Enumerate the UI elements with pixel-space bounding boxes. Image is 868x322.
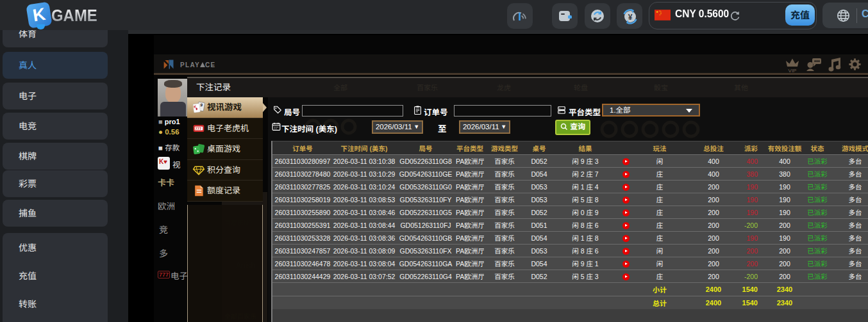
- svg-text:VIP: VIP: [789, 68, 797, 73]
- svg-text:¥: ¥: [628, 13, 633, 22]
- svg-text:777: 777: [196, 127, 202, 131]
